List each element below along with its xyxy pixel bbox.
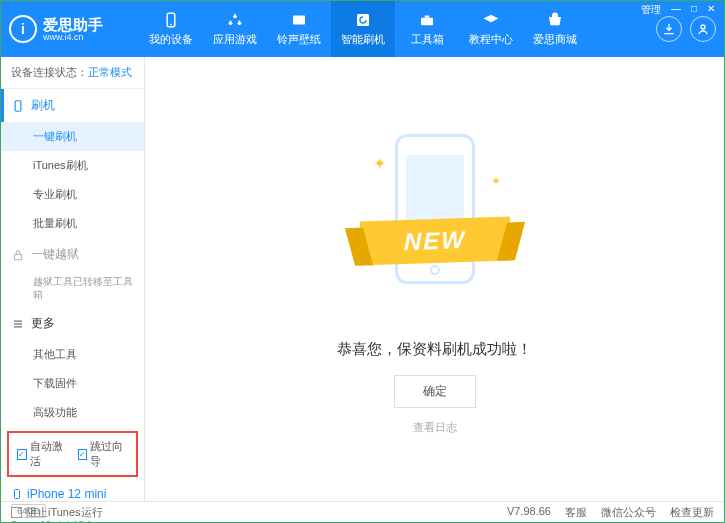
sidebar-item-itunes[interactable]: iTunes刷机 <box>1 151 144 180</box>
sidebar-item-advanced[interactable]: 高级功能 <box>1 398 144 427</box>
sidebar-item-download[interactable]: 下载固件 <box>1 369 144 398</box>
download-icon <box>661 21 677 37</box>
footer-link-support[interactable]: 客服 <box>565 505 587 520</box>
sidebar-item-oneclick[interactable]: 一键刷机 <box>1 122 144 151</box>
tab-flash[interactable]: 智能刷机 <box>331 1 395 57</box>
logo-icon: i <box>9 15 37 43</box>
logo: i 爱思助手 www.i4.cn <box>9 15 139 43</box>
footer-link-wechat[interactable]: 微信公众号 <box>601 505 656 520</box>
apps-icon <box>225 11 245 29</box>
svg-rect-12 <box>15 490 20 499</box>
toolbox-icon <box>417 11 437 29</box>
new-ribbon: NEW <box>360 216 510 265</box>
sidebar-item-pro[interactable]: 专业刷机 <box>1 180 144 209</box>
phone-illustration: ✦ ✦ ✦ NEW <box>365 124 505 324</box>
grad-icon <box>481 11 501 29</box>
user-icon <box>695 21 711 37</box>
options-row: ✓自动激活 ✓跳过向导 <box>7 431 138 477</box>
tab-store[interactable]: 爱思商城 <box>523 1 587 57</box>
svg-point-6 <box>701 25 705 29</box>
maximize-icon[interactable]: □ <box>688 3 700 17</box>
main-content: ✦ ✦ ✦ NEW 恭喜您，保资料刷机成功啦！ 确定 查看日志 <box>145 57 724 501</box>
connection-status: 设备连接状态：正常模式 <box>1 57 144 89</box>
svg-rect-2 <box>293 16 305 25</box>
phone-icon <box>161 11 181 29</box>
device-icon <box>11 487 23 501</box>
svg-rect-3 <box>357 14 369 26</box>
svg-rect-8 <box>15 254 22 259</box>
sidebar-section-flash[interactable]: 刷机 <box>1 89 144 122</box>
checkbox-block-itunes[interactable]: 阻止iTunes运行 <box>11 505 103 520</box>
menu-icon[interactable]: 管理 <box>638 3 664 17</box>
refresh-icon <box>353 11 373 29</box>
phone-icon <box>11 99 25 113</box>
svg-rect-7 <box>15 100 21 111</box>
svg-rect-4 <box>421 18 433 26</box>
tab-ringtones[interactable]: 铃声壁纸 <box>267 1 331 57</box>
tab-apps[interactable]: 应用游戏 <box>203 1 267 57</box>
version-label: V7.98.66 <box>507 505 551 520</box>
svg-rect-5 <box>425 16 430 18</box>
list-icon <box>11 317 25 331</box>
checkbox-auto-activate[interactable]: ✓自动激活 <box>17 439 68 469</box>
tab-tutorials[interactable]: 教程中心 <box>459 1 523 57</box>
tab-my-device[interactable]: 我的设备 <box>139 1 203 57</box>
sidebar: 设备连接状态：正常模式 刷机 一键刷机 iTunes刷机 专业刷机 批量刷机 一… <box>1 57 145 501</box>
app-header: 管理 — □ ✕ i 爱思助手 www.i4.cn 我的设备 应用游戏 铃声壁纸… <box>1 1 724 57</box>
tab-toolbox[interactable]: 工具箱 <box>395 1 459 57</box>
view-log-link[interactable]: 查看日志 <box>413 420 457 435</box>
user-button[interactable] <box>690 16 716 42</box>
app-title: 爱思助手 <box>43 17 103 32</box>
nav-tabs: 我的设备 应用游戏 铃声壁纸 智能刷机 工具箱 教程中心 爱思商城 <box>139 1 656 57</box>
minimize-icon[interactable]: — <box>668 3 684 17</box>
download-button[interactable] <box>656 16 682 42</box>
sidebar-item-batch[interactable]: 批量刷机 <box>1 209 144 238</box>
close-icon[interactable]: ✕ <box>704 3 718 17</box>
app-url: www.i4.cn <box>43 32 103 42</box>
folder-icon <box>289 11 309 29</box>
store-icon <box>545 11 565 29</box>
confirm-button[interactable]: 确定 <box>394 375 476 408</box>
jailbreak-note: 越狱工具已转移至工具箱 <box>1 271 144 307</box>
success-message: 恭喜您，保资料刷机成功啦！ <box>337 340 532 359</box>
window-controls: 管理 — □ ✕ <box>638 3 718 17</box>
sidebar-section-jailbreak[interactable]: 一键越狱 <box>1 238 144 271</box>
lock-icon <box>11 248 25 262</box>
checkbox-skip-guide[interactable]: ✓跳过向导 <box>78 439 129 469</box>
sidebar-section-more[interactable]: 更多 <box>1 307 144 340</box>
sidebar-item-other[interactable]: 其他工具 <box>1 340 144 369</box>
footer-link-update[interactable]: 检查更新 <box>670 505 714 520</box>
